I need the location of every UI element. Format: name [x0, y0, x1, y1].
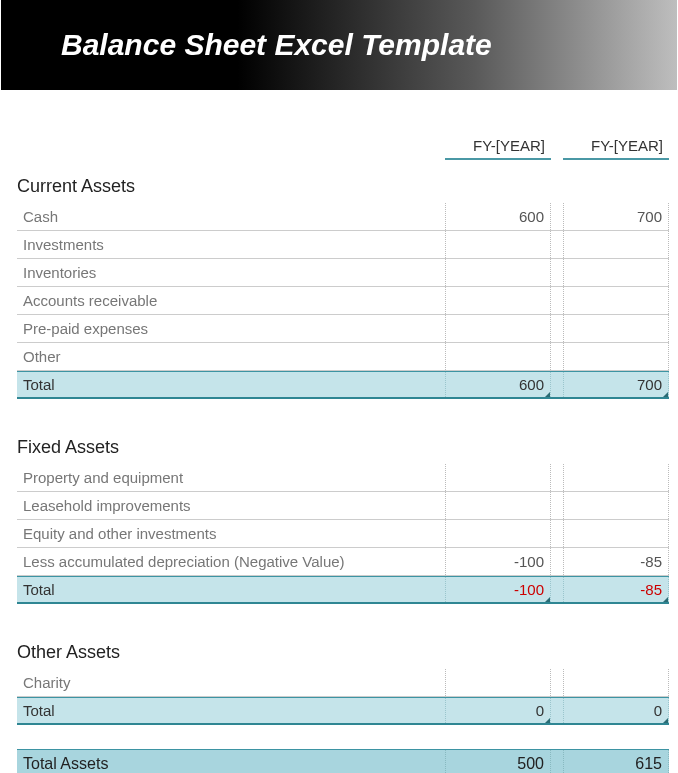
table-row: Cash 600 700 [17, 203, 669, 231]
row-value [563, 287, 669, 314]
row-value: 600 [445, 203, 551, 230]
year-col-2: FY-[YEAR] [563, 137, 669, 160]
row-label: Pre-paid expenses [17, 320, 445, 337]
row-value [445, 287, 551, 314]
row-value [445, 464, 551, 491]
row-value [563, 231, 669, 258]
row-value [445, 343, 551, 370]
row-value [445, 520, 551, 547]
year-col-1: FY-[YEAR] [445, 137, 551, 160]
row-label: Equity and other investments [17, 525, 445, 542]
row-label: Investments [17, 236, 445, 253]
page-title: Balance Sheet Excel Template [1, 0, 677, 90]
table-row: Charity [17, 669, 669, 697]
row-value [563, 492, 669, 519]
row-value: -100 [445, 548, 551, 575]
row-value [563, 520, 669, 547]
balance-sheet: FY-[YEAR] FY-[YEAR] Current Assets Cash … [1, 130, 677, 773]
year-header-row: FY-[YEAR] FY-[YEAR] [17, 130, 669, 160]
row-label: Other [17, 348, 445, 365]
total-assets-row: Total Assets 500 615 [17, 749, 669, 773]
row-value: 0 [445, 698, 551, 723]
row-value [563, 315, 669, 342]
subtotal-row: Total 600 700 [17, 371, 669, 399]
row-label: Less accumulated depreciation (Negative … [17, 553, 445, 570]
row-label: Property and equipment [17, 469, 445, 486]
table-row: Other [17, 343, 669, 371]
table-row: Accounts receivable [17, 287, 669, 315]
table-row: Equity and other investments [17, 520, 669, 548]
row-value: 700 [563, 203, 669, 230]
row-value [445, 259, 551, 286]
row-value: -100 [445, 577, 551, 602]
table-row: Pre-paid expenses [17, 315, 669, 343]
row-value [445, 231, 551, 258]
table-row: Investments [17, 231, 669, 259]
row-value: 615 [563, 750, 669, 773]
row-label: Total [17, 581, 445, 598]
row-value [445, 669, 551, 696]
row-value [445, 315, 551, 342]
row-label: Total Assets [17, 755, 445, 773]
row-value: 700 [563, 372, 669, 397]
subtotal-row: Total 0 0 [17, 697, 669, 725]
section-current-assets: Current Assets [17, 162, 669, 203]
row-label: Total [17, 376, 445, 393]
section-other-assets: Other Assets [17, 628, 669, 669]
table-row: Less accumulated depreciation (Negative … [17, 548, 669, 576]
row-label: Accounts receivable [17, 292, 445, 309]
section-fixed-assets: Fixed Assets [17, 423, 669, 464]
row-label: Charity [17, 674, 445, 691]
subtotal-row: Total -100 -85 [17, 576, 669, 604]
row-value: 0 [563, 698, 669, 723]
row-label: Inventories [17, 264, 445, 281]
row-value [563, 464, 669, 491]
table-row: Property and equipment [17, 464, 669, 492]
row-value [445, 492, 551, 519]
row-value: -85 [563, 548, 669, 575]
table-row: Inventories [17, 259, 669, 287]
row-label: Leasehold improvements [17, 497, 445, 514]
row-value [563, 343, 669, 370]
row-value: 600 [445, 372, 551, 397]
row-label: Total [17, 702, 445, 719]
table-row: Leasehold improvements [17, 492, 669, 520]
row-label: Cash [17, 208, 445, 225]
row-value: 500 [445, 750, 551, 773]
row-value [563, 669, 669, 696]
row-value: -85 [563, 577, 669, 602]
row-value [563, 259, 669, 286]
